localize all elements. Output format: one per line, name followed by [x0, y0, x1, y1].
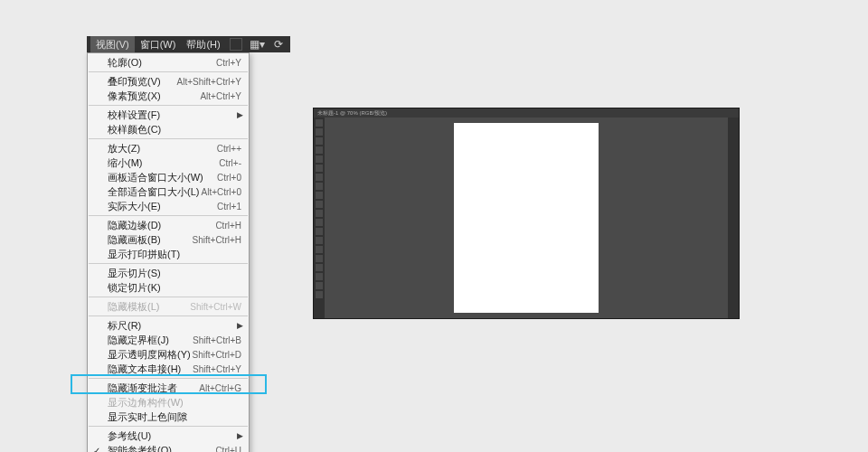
menu-separator: [89, 71, 248, 72]
menu-item-label: 显示打印拼贴(T): [108, 248, 241, 261]
menu-item-shortcut: Shift+Ctrl+D: [193, 350, 241, 360]
tool-slot[interactable]: [316, 174, 323, 181]
menu-item-label: 显示实时上色间隙: [108, 410, 241, 424]
menu-item[interactable]: 标尺(R)▶: [88, 318, 249, 333]
view-menu-dropdown: 轮廓(O)Ctrl+Y叠印预览(V)Alt+Shift+Ctrl+Y像素预览(X…: [87, 52, 250, 452]
tool-slot[interactable]: [316, 165, 323, 172]
tool-slot[interactable]: [316, 255, 323, 262]
layout-icon[interactable]: ▦▾: [246, 38, 269, 51]
menu-separator: [89, 297, 248, 297]
menu-item-shortcut: Ctrl+Y: [216, 58, 241, 68]
tool-slot[interactable]: [316, 192, 323, 199]
menubar-item[interactable]: 视图(V): [90, 36, 135, 53]
menu-item-label: 智能参考线(Q): [108, 444, 215, 453]
tool-slot[interactable]: [316, 128, 323, 136]
menu-item[interactable]: 全部适合窗口大小(L)Alt+Ctrl+0: [88, 184, 249, 199]
tool-slot[interactable]: [316, 273, 323, 280]
tool-slot[interactable]: [316, 155, 323, 163]
tool-slot[interactable]: [316, 183, 323, 190]
app-body: [314, 118, 739, 318]
menu-item-shortcut: Ctrl+U: [215, 446, 241, 453]
menu-item[interactable]: 放大(Z)Ctrl++: [88, 141, 249, 155]
submenu-arrow-icon: ▶: [237, 431, 243, 440]
menu-item[interactable]: 隐藏定界框(J)Shift+Ctrl+B: [88, 333, 249, 347]
menu-item-shortcut: Alt+Ctrl+G: [199, 383, 241, 393]
menu-item[interactable]: 隐藏边缘(D)Ctrl+H: [88, 218, 249, 232]
tool-slot[interactable]: [316, 201, 323, 208]
menu-item-label: 标尺(R): [108, 319, 241, 333]
tool-slot[interactable]: [316, 228, 323, 235]
tool-slot[interactable]: [316, 219, 323, 226]
menu-item: 隐藏模板(L)Shift+Ctrl+W: [88, 299, 249, 314]
panel-column-right: [728, 118, 739, 318]
menu-item[interactable]: 校样颜色(C): [88, 122, 249, 137]
menu-item[interactable]: 参考线(U)▶: [88, 428, 249, 443]
tool-slot[interactable]: [316, 237, 323, 244]
menu-item-shortcut: Alt+Ctrl+Y: [200, 91, 241, 101]
menu-item-label: 显示切片(S): [108, 267, 241, 280]
menu-separator: [89, 263, 248, 264]
tool-slot[interactable]: [316, 291, 323, 298]
app-titlebar: 未标题-1 @ 70% (RGB/预览): [314, 108, 739, 118]
menu-separator: [89, 426, 248, 427]
menu-item-shortcut: Alt+Ctrl+0: [202, 187, 241, 197]
menu-item[interactable]: 显示实时上色间隙: [88, 410, 249, 424]
app-title: 未标题-1 @ 70% (RGB/预览): [317, 109, 387, 118]
submenu-arrow-icon: ▶: [237, 321, 243, 330]
menu-item-label: 放大(Z): [108, 142, 217, 155]
menu-item[interactable]: ✓智能参考线(Q)Ctrl+U: [88, 443, 249, 452]
menu-item-label: 隐藏渐变批注者: [108, 381, 199, 395]
menu-item-label: 参考线(U): [108, 429, 241, 443]
menu-item: 显示边角构件(W): [88, 395, 249, 410]
tool-slot[interactable]: [316, 264, 323, 271]
menu-item[interactable]: 显示打印拼贴(T): [88, 247, 249, 261]
canvas[interactable]: [454, 123, 599, 313]
menu-item-label: 画板适合窗口大小(W): [108, 171, 217, 184]
menu-item-label: 实际大小(E): [108, 200, 217, 213]
menu-item[interactable]: 缩小(M)Ctrl+-: [88, 155, 249, 170]
menu-item-label: 隐藏边缘(D): [108, 219, 215, 232]
menu-item[interactable]: 实际大小(E)Ctrl+1: [88, 199, 249, 213]
menu-item[interactable]: 画板适合窗口大小(W)Ctrl+0: [88, 170, 249, 184]
menu-separator: [89, 378, 248, 379]
tool-slot[interactable]: [316, 119, 323, 127]
menu-item-label: 叠印预览(V): [108, 75, 177, 89]
menu-separator: [89, 105, 248, 106]
menu-item-label: 隐藏定界框(J): [108, 334, 193, 347]
menu-item[interactable]: 锁定切片(K): [88, 280, 249, 295]
menu-item[interactable]: 隐藏画板(B)Shift+Ctrl+H: [88, 232, 249, 247]
menu-item[interactable]: 校样设置(F)▶: [88, 108, 249, 122]
menu-item-shortcut: Ctrl+H: [215, 221, 241, 231]
app-window: 未标题-1 @ 70% (RGB/预览): [313, 108, 740, 319]
menubar: 视图(V)窗口(W)帮助(H) ▦▾ ⟳: [87, 36, 290, 52]
menu-item[interactable]: 轮廓(O)Ctrl+Y: [88, 55, 249, 70]
menubar-item[interactable]: 窗口(W): [135, 36, 182, 53]
menu-item[interactable]: 像素预览(X)Alt+Ctrl+Y: [88, 89, 249, 103]
check-icon: ✓: [93, 446, 100, 453]
menu-item[interactable]: 显示切片(S): [88, 266, 249, 280]
menu-item-shortcut: Shift+Ctrl+B: [193, 335, 241, 345]
tool-slot[interactable]: [316, 282, 323, 289]
canvas-area[interactable]: [325, 118, 728, 318]
menu-item-shortcut: Ctrl++: [217, 144, 241, 154]
tool-slot[interactable]: [316, 146, 323, 154]
menu-item-shortcut: Shift+Ctrl+H: [193, 235, 241, 245]
menu-item-label: 显示透明度网格(Y): [108, 348, 193, 362]
tool-slot[interactable]: [316, 246, 323, 253]
tool-slot[interactable]: [316, 210, 323, 217]
menubar-item[interactable]: 帮助(H): [181, 36, 225, 53]
submenu-arrow-icon: ▶: [237, 110, 243, 119]
tool-slot[interactable]: [316, 137, 323, 145]
menu-item[interactable]: 叠印预览(V)Alt+Shift+Ctrl+Y: [88, 74, 249, 89]
menu-separator: [89, 138, 248, 139]
menubar-spacer: [230, 38, 242, 51]
menu-item[interactable]: 显示透明度网格(Y)Shift+Ctrl+D: [88, 347, 249, 362]
menu-item-shortcut: Ctrl+0: [217, 173, 241, 183]
menu-item-label: 隐藏文本串接(H): [108, 363, 193, 376]
menu-separator: [89, 215, 248, 216]
menu-item-shortcut: Shift+Ctrl+W: [190, 302, 241, 312]
menu-item-label: 校样设置(F): [108, 108, 241, 122]
menu-item[interactable]: 隐藏文本串接(H)Shift+Ctrl+Y: [88, 362, 249, 376]
sync-icon[interactable]: ⟳: [270, 38, 287, 51]
menu-item[interactable]: 隐藏渐变批注者Alt+Ctrl+G: [88, 381, 249, 395]
